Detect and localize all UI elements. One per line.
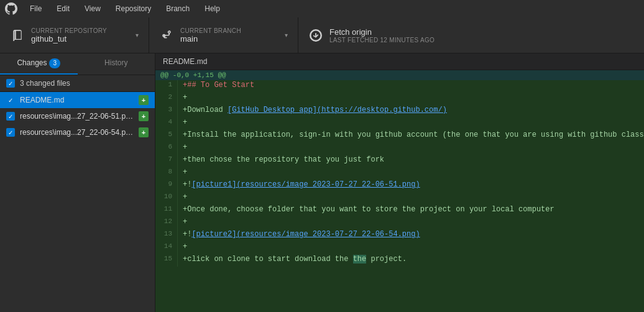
line-content: +![picture1](resources/image_2023-07-27_… — [178, 180, 644, 192]
sidebar: Changes3 History ✓ 3 changed files ✓ REA… — [0, 53, 155, 312]
diff-line: 6 + — [155, 142, 644, 155]
diff-line: 1 +## To Get Start — [155, 80, 644, 93]
line-content: +Install the application, sign-in with y… — [178, 130, 644, 142]
file-list: ✓ README.md + ✓ resources\imag...27_22-0… — [0, 92, 155, 312]
line-content: +## To Get Start — [178, 80, 644, 93]
menu-bar: File Edit View Repository Branch Help — [0, 0, 644, 17]
line-content: + — [178, 217, 644, 229]
menu-edit[interactable]: Edit — [54, 3, 72, 14]
line-content: + — [178, 242, 644, 254]
branch-name: main — [180, 34, 241, 44]
repository-label: Current repository — [31, 27, 107, 34]
diff-hunk-header: @@ -0,0 +1,15 @@ — [155, 70, 644, 80]
line-number: 4 — [155, 117, 178, 130]
diff-line: 2 + — [155, 93, 644, 105]
diff-line: 8 + — [155, 167, 644, 180]
diff-line: 5 +Install the application, sign-in with… — [155, 130, 644, 142]
line-number: 8 — [155, 167, 178, 180]
check-icon: ✓ — [8, 129, 13, 136]
line-number: 10 — [155, 192, 178, 204]
repository-name: github_tut — [31, 34, 107, 44]
toolbar: Current repository github_tut ▾ Current … — [0, 17, 644, 53]
diff-line: 12 + — [155, 217, 644, 229]
fetch-icon — [308, 28, 323, 43]
line-content: + — [178, 142, 644, 155]
file-checkbox[interactable]: ✓ — [6, 112, 15, 121]
list-item[interactable]: ✓ resources\imag...27_22-06-51.png + — [0, 108, 155, 124]
line-number: 3 — [155, 105, 178, 117]
line-number: 1 — [155, 80, 178, 93]
line-content: +Download [GitHub Desktop app](https://d… — [178, 105, 644, 117]
line-content: +Once done, choose folder that you want … — [178, 204, 644, 217]
diff-line: 7 +then chose the repository that you ju… — [155, 155, 644, 167]
diff-filename: README.md — [155, 53, 644, 70]
fetch-text: Fetch origin Last fetched 12 minutes ago — [329, 27, 435, 44]
diff-panel: README.md @@ -0,0 +1,15 @@ 1 +## To Get … — [155, 53, 644, 312]
fetch-sub: Last fetched 12 minutes ago — [329, 37, 435, 44]
line-content: + — [178, 192, 644, 204]
diff-line: 3 +Download [GitHub Desktop app](https:/… — [155, 105, 644, 117]
line-number: 2 — [155, 93, 178, 105]
line-number: 9 — [155, 180, 178, 192]
check-icon: ✓ — [8, 97, 13, 104]
diff-line: 14 + — [155, 242, 644, 254]
line-number: 11 — [155, 204, 178, 217]
line-number: 15 — [155, 254, 178, 267]
diff-line: 4 + — [155, 117, 644, 130]
branch-chevron-icon: ▾ — [285, 32, 288, 39]
line-content: + — [178, 117, 644, 130]
file-name: resources\imag...27_22-06-51.png — [20, 112, 134, 121]
line-number: 7 — [155, 155, 178, 167]
repository-text: Current repository github_tut — [31, 27, 107, 44]
menu-repository[interactable]: Repository — [113, 3, 154, 14]
diff-line: 9 +![picture1](resources/image_2023-07-2… — [155, 180, 644, 192]
tab-changes[interactable]: Changes3 — [0, 53, 78, 75]
check-icon: ✓ — [8, 113, 13, 120]
file-added-icon: + — [139, 111, 149, 121]
file-checkbox[interactable]: ✓ — [6, 96, 15, 104]
line-number: 6 — [155, 142, 178, 155]
changed-count-label: 3 changed files — [20, 79, 70, 88]
sidebar-tabs: Changes3 History — [0, 53, 155, 75]
branch-icon — [159, 28, 174, 43]
branch-label: Current branch — [180, 27, 241, 34]
diff-line: 13 +![picture2](resources/image_2023-07-… — [155, 229, 644, 242]
diff-line: 11 +Once done, choose folder that you wa… — [155, 204, 644, 217]
current-branch-button[interactable]: Current branch main ▾ — [149, 17, 298, 53]
menu-file[interactable]: File — [27, 3, 44, 14]
line-number: 12 — [155, 217, 178, 229]
line-content: + — [178, 167, 644, 180]
list-item[interactable]: ✓ README.md + — [0, 92, 155, 108]
menu-help[interactable]: Help — [202, 3, 223, 14]
line-content: +click on clone to start download the th… — [178, 254, 644, 267]
line-number: 14 — [155, 242, 178, 254]
fetch-label: Fetch origin — [329, 27, 435, 37]
line-content: +then chose the repository that you just… — [178, 155, 644, 167]
repository-icon — [10, 28, 25, 43]
menu-branch[interactable]: Branch — [163, 3, 192, 14]
check-icon: ✓ — [8, 80, 13, 87]
branch-text: Current branch main — [180, 27, 241, 44]
line-content: + — [178, 93, 644, 105]
changed-files-header: ✓ 3 changed files — [0, 75, 155, 92]
current-repository-button[interactable]: Current repository github_tut ▾ — [0, 17, 149, 53]
main-content: Changes3 History ✓ 3 changed files ✓ REA… — [0, 53, 644, 312]
file-added-icon: + — [139, 127, 149, 137]
file-name: resources\imag...27_22-06-54.png — [20, 128, 134, 137]
file-name: README.md — [20, 96, 134, 104]
menu-view[interactable]: View — [82, 3, 103, 14]
changes-badge: 3 — [49, 58, 60, 68]
line-number: 5 — [155, 130, 178, 142]
diff-content[interactable]: @@ -0,0 +1,15 @@ 1 +## To Get Start 2 + … — [155, 70, 644, 312]
fetch-origin-button[interactable]: Fetch origin Last fetched 12 minutes ago — [298, 17, 644, 53]
select-all-checkbox[interactable]: ✓ — [6, 79, 15, 88]
diff-line: 15 +click on clone to start download the… — [155, 254, 644, 267]
line-content: +![picture2](resources/image_2023-07-27_… — [178, 229, 644, 242]
file-checkbox[interactable]: ✓ — [6, 128, 15, 137]
diff-line: 10 + — [155, 192, 644, 204]
repository-chevron-icon: ▾ — [136, 32, 139, 39]
tab-history[interactable]: History — [78, 53, 155, 75]
line-number: 13 — [155, 229, 178, 242]
file-added-icon: + — [139, 95, 149, 105]
list-item[interactable]: ✓ resources\imag...27_22-06-54.png + — [0, 124, 155, 140]
